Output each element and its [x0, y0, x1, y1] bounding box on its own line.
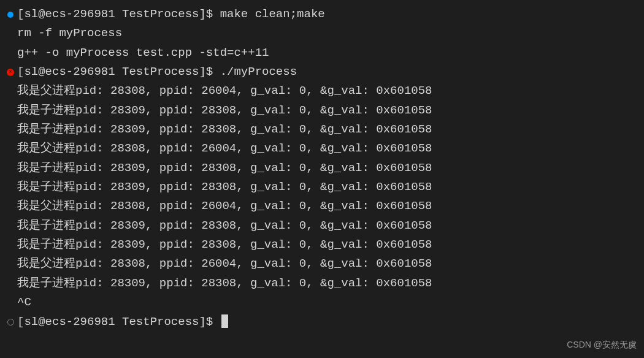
terminal-line-output: 我是子进程pid: 28309, ppid: 28308, g_val: 0, … — [0, 120, 644, 139]
gutter-marker-circle — [4, 319, 17, 326]
process-output: 我是子进程pid: 28309, ppid: 28308, g_val: 0, … — [17, 235, 432, 254]
prompt-text: [sl@ecs-296981 TestProcess]$ make clean;… — [17, 5, 325, 24]
terminal-line-output: 我是子进程pid: 28309, ppid: 28308, g_val: 0, … — [0, 274, 644, 293]
terminal-line-output: 我是父进程pid: 28308, ppid: 26004, g_val: 0, … — [0, 139, 644, 158]
process-output: 我是子进程pid: 28309, ppid: 28308, g_val: 0, … — [17, 101, 432, 120]
process-output: 我是父进程pid: 28308, ppid: 26004, g_val: 0, … — [17, 139, 432, 158]
process-output: 我是父进程pid: 28308, ppid: 26004, g_val: 0, … — [17, 254, 432, 273]
terminal-line-prompt3[interactable]: [sl@ecs-296981 TestProcess]$ — [0, 313, 644, 332]
circle-icon — [7, 319, 14, 326]
process-output: 我是子进程pid: 28309, ppid: 28308, g_val: 0, … — [17, 274, 432, 293]
terminal-line-output: 我是父进程pid: 28308, ppid: 26004, g_val: 0, … — [0, 254, 644, 273]
gutter-marker-error: ✕ — [4, 69, 17, 76]
terminal-line-output: 我是子进程pid: 28309, ppid: 28308, g_val: 0, … — [0, 101, 644, 120]
process-output: 我是子进程pid: 28309, ppid: 28308, g_val: 0, … — [17, 178, 432, 197]
error-icon: ✕ — [7, 69, 14, 76]
terminal-line-output: 我是子进程pid: 28309, ppid: 28308, g_val: 0, … — [0, 159, 644, 178]
process-output: 我是父进程pid: 28308, ppid: 26004, g_val: 0, … — [17, 82, 432, 101]
interrupt-text: ^C — [17, 293, 31, 312]
terminal-line-prompt2[interactable]: ✕ [sl@ecs-296981 TestProcess]$ ./myProce… — [0, 63, 644, 82]
gutter-marker-blue — [4, 12, 17, 18]
terminal-line-output: rm -f myProcess — [0, 24, 644, 43]
cursor-icon — [221, 314, 228, 328]
prompt-text: [sl@ecs-296981 TestProcess]$ ./myProcess — [17, 63, 297, 82]
terminal-line-interrupt: ^C — [0, 293, 644, 312]
prompt-text: [sl@ecs-296981 TestProcess]$ — [17, 313, 228, 332]
process-output: 我是子进程pid: 28309, ppid: 28308, g_val: 0, … — [17, 216, 432, 235]
terminal-line-prompt1[interactable]: [sl@ecs-296981 TestProcess]$ make clean;… — [0, 5, 644, 24]
terminal-line-output: 我是子进程pid: 28309, ppid: 28308, g_val: 0, … — [0, 235, 644, 254]
make-output-1: rm -f myProcess — [17, 24, 122, 43]
process-output: 我是子进程pid: 28309, ppid: 28308, g_val: 0, … — [17, 120, 432, 139]
process-output: 我是父进程pid: 28308, ppid: 26004, g_val: 0, … — [17, 197, 432, 216]
terminal-line-output: 我是子进程pid: 28309, ppid: 28308, g_val: 0, … — [0, 216, 644, 235]
process-output: 我是子进程pid: 28309, ppid: 28308, g_val: 0, … — [17, 159, 432, 178]
watermark-text: CSDN @安然无虞 — [567, 338, 637, 352]
terminal-line-output: 我是子进程pid: 28309, ppid: 28308, g_val: 0, … — [0, 178, 644, 197]
make-output-2: g++ -o myProcess test.cpp -std=c++11 — [17, 44, 269, 63]
terminal-line-output: 我是父进程pid: 28308, ppid: 26004, g_val: 0, … — [0, 197, 644, 216]
terminal-line-output: 我是父进程pid: 28308, ppid: 26004, g_val: 0, … — [0, 82, 644, 101]
terminal-line-output: g++ -o myProcess test.cpp -std=c++11 — [0, 44, 644, 63]
